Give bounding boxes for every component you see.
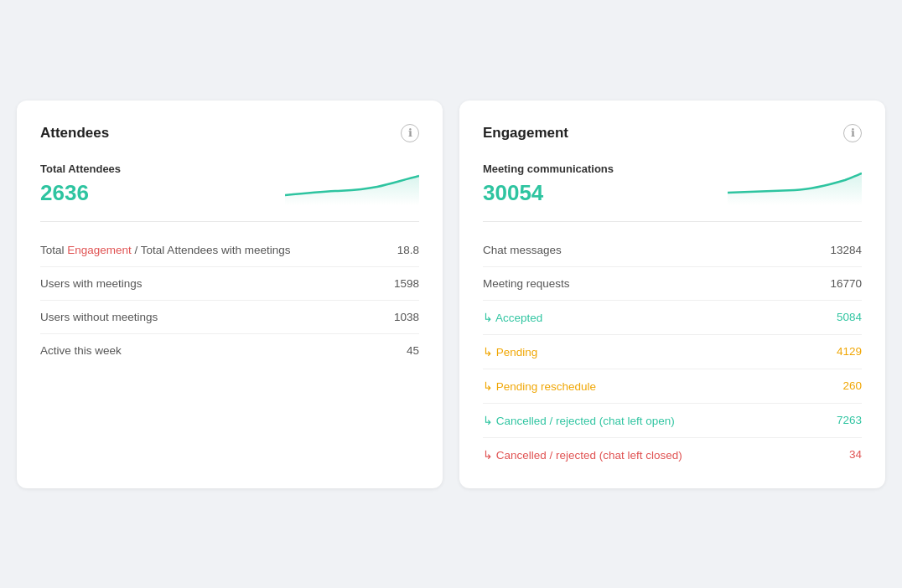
engagement-label-0: Chat messages xyxy=(483,244,562,256)
attendees-card-header: Attendees ℹ xyxy=(40,124,419,142)
attendees-engagement-ratio-value: 18.8 xyxy=(397,244,419,256)
dashboard: Attendees ℹ Total Attendees 2636 xyxy=(17,101,885,488)
engagement-row-2: ↳ Accepted 5084 xyxy=(483,301,862,335)
attendees-row-1: Users without meetings 1038 xyxy=(40,301,419,334)
attendees-row-2: Active this week 45 xyxy=(40,334,419,367)
engagement-value-4: 260 xyxy=(842,379,862,392)
attendees-card: Attendees ℹ Total Attendees 2636 xyxy=(17,101,443,488)
engagement-value-1: 16770 xyxy=(830,277,862,290)
engagement-row-5: ↳ Cancelled / rejected (chat left open) … xyxy=(483,404,862,438)
engagement-metric-section: Meeting communications 30054 xyxy=(483,162,862,206)
attendees-engagement-ratio-row: Total Engagement / Total Attendees with … xyxy=(40,234,419,267)
attendees-value-1: 1038 xyxy=(394,311,419,323)
attendees-total-label: Total Attendees xyxy=(40,162,121,175)
engagement-label-4: ↳ Pending reschedule xyxy=(483,379,596,393)
attendees-info-icon[interactable]: ℹ xyxy=(401,124,419,142)
engagement-value-2: 5084 xyxy=(837,311,862,323)
attendees-metric-left: Total Attendees 2636 xyxy=(40,162,121,206)
engagement-label-2: ↳ Accepted xyxy=(483,311,542,324)
attendees-value-0: 1598 xyxy=(394,277,419,290)
attendees-row-0: Users with meetings 1598 xyxy=(40,267,419,301)
engagement-row-6: ↳ Cancelled / rejected (chat left closed… xyxy=(483,438,862,472)
engagement-info-icon[interactable]: ℹ xyxy=(843,124,862,142)
engagement-value-3: 4129 xyxy=(837,345,862,358)
engagement-total-value: 30054 xyxy=(483,180,614,206)
attendees-label-1: Users without meetings xyxy=(40,311,158,323)
engagement-value-6: 34 xyxy=(849,448,862,461)
attendees-value-2: 45 xyxy=(407,344,419,357)
engagement-card-header: Engagement ℹ xyxy=(483,124,862,142)
engagement-label-3: ↳ Pending xyxy=(483,345,537,358)
engagement-sparkline xyxy=(728,163,862,205)
engagement-divider-top xyxy=(483,221,862,222)
engagement-total-label: Meeting communications xyxy=(483,162,614,175)
attendees-label-2: Active this week xyxy=(40,344,122,357)
engagement-row-4: ↳ Pending reschedule 260 xyxy=(483,369,862,404)
engagement-label-6: ↳ Cancelled / rejected (chat left closed… xyxy=(483,448,682,462)
attendees-sparkline xyxy=(285,163,419,205)
attendees-label-0: Users with meetings xyxy=(40,277,143,290)
attendees-divider-top xyxy=(40,221,419,222)
attendees-title: Attendees xyxy=(40,125,109,142)
attendees-total-value: 2636 xyxy=(40,180,121,206)
engagement-label-1: Meeting requests xyxy=(483,277,570,290)
engagement-card: Engagement ℹ Meeting communications 3005… xyxy=(459,101,885,488)
engagement-value-5: 7263 xyxy=(837,414,862,426)
attendees-engagement-ratio-label: Total Engagement / Total Attendees with … xyxy=(40,244,290,256)
engagement-title: Engagement xyxy=(483,125,568,142)
engagement-row-0: Chat messages 13284 xyxy=(483,234,862,267)
engagement-metric-left: Meeting communications 30054 xyxy=(483,162,614,206)
engagement-label-5: ↳ Cancelled / rejected (chat left open) xyxy=(483,414,675,427)
engagement-row-1: Meeting requests 16770 xyxy=(483,267,862,301)
engagement-row-3: ↳ Pending 4129 xyxy=(483,335,862,369)
attendees-metric-section: Total Attendees 2636 xyxy=(40,162,419,206)
engagement-value-0: 13284 xyxy=(830,244,862,256)
